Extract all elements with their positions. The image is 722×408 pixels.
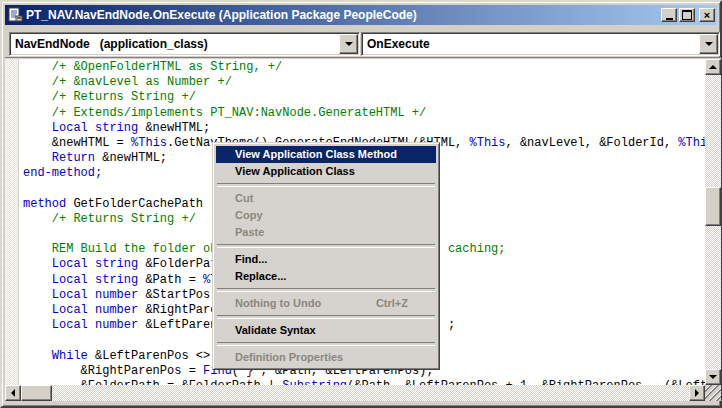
menu-item-shortcut: Ctrl+Z xyxy=(376,295,426,312)
vertical-scrollbar[interactable] xyxy=(705,59,721,385)
arrow-right-icon xyxy=(695,389,699,397)
chevron-down-icon xyxy=(705,42,713,46)
scroll-up-button[interactable] xyxy=(705,59,721,75)
menu-separator xyxy=(217,244,435,248)
maximize-button[interactable] xyxy=(679,8,695,22)
code-line: /+ Returns String +/ xyxy=(23,90,705,105)
horizontal-scroll-thumb[interactable] xyxy=(21,385,52,401)
code-line: /+ &OpenFolderHTML as String, +/ xyxy=(23,60,705,75)
code-line: /+ Extends/implements PT_NAV:NavNode.Gen… xyxy=(23,106,705,121)
menu-item-label: Nothing to Undo xyxy=(235,295,376,312)
scroll-down-button[interactable] xyxy=(705,369,721,385)
class-selector-value: NavEndNode (application_class) xyxy=(10,37,339,51)
menu-item-find[interactable]: Find... xyxy=(216,251,436,268)
event-selector-dropdown[interactable]: OnExecute xyxy=(361,32,720,56)
menu-item-cut: Cut xyxy=(216,190,436,207)
menu-item-label: Validate Syntax xyxy=(235,322,426,339)
menu-item-label: Copy xyxy=(235,207,426,224)
menu-separator xyxy=(217,315,435,319)
menu-item-nothing-to-undo: Nothing to UndoCtrl+Z xyxy=(216,295,436,312)
class-selector-dropdown-button[interactable] xyxy=(339,34,358,54)
scroll-left-button[interactable] xyxy=(5,385,21,401)
horizontal-scrollbar[interactable] xyxy=(5,385,705,401)
minimize-icon xyxy=(666,18,673,20)
event-selector-value: OnExecute xyxy=(362,37,699,51)
minimize-button[interactable] xyxy=(661,8,677,22)
menu-item-label: View Application Class xyxy=(235,163,426,180)
close-button[interactable]: × xyxy=(699,8,715,22)
application-window: PT_NAV.NavEndNode.OnExecute (Application… xyxy=(0,0,722,408)
title-bar[interactable]: PT_NAV.NavEndNode.OnExecute (Application… xyxy=(5,5,717,25)
event-selector-dropdown-button[interactable] xyxy=(699,34,718,54)
vertical-scroll-thumb[interactable] xyxy=(705,187,721,226)
arrow-left-icon xyxy=(11,389,15,397)
menu-item-view-application-class-method[interactable]: View Application Class Method xyxy=(216,146,436,163)
menu-item-label: Paste xyxy=(235,224,426,241)
menu-item-definition-properties: Definition Properties xyxy=(216,349,436,366)
menu-item-label: Find... xyxy=(235,251,426,268)
resize-grip[interactable] xyxy=(705,385,721,401)
maximize-icon xyxy=(682,10,692,20)
chevron-down-icon xyxy=(345,42,353,46)
context-menu: View Application Class MethodView Applic… xyxy=(212,142,440,370)
selector-toolbar: NavEndNode (application_class) OnExecute xyxy=(5,25,717,58)
arrow-up-icon xyxy=(709,65,717,69)
menu-item-copy: Copy xyxy=(216,207,436,224)
arrow-down-icon xyxy=(709,375,717,379)
menu-separator xyxy=(217,342,435,346)
code-line: Local string &newHTML; xyxy=(23,121,705,136)
menu-item-view-application-class[interactable]: View Application Class xyxy=(216,163,436,180)
menu-item-label: Replace... xyxy=(235,268,426,285)
menu-item-label: Definition Properties xyxy=(235,349,426,366)
code-line: /+ &navLevel as Number +/ xyxy=(23,75,705,90)
close-icon: × xyxy=(704,10,710,20)
menu-item-validate-syntax[interactable]: Validate Syntax xyxy=(216,322,436,339)
menu-item-label: Cut xyxy=(235,190,426,207)
menu-item-paste: Paste xyxy=(216,224,436,241)
menu-item-replace[interactable]: Replace... xyxy=(216,268,436,285)
menu-separator xyxy=(217,183,435,187)
menu-separator xyxy=(217,288,435,292)
class-selector-dropdown[interactable]: NavEndNode (application_class) xyxy=(9,32,360,56)
menu-item-label: View Application Class Method xyxy=(235,146,426,163)
peoplecode-document-icon xyxy=(7,7,23,23)
window-title: PT_NAV.NavEndNode.OnExecute (Application… xyxy=(26,8,661,22)
window-controls: × xyxy=(661,8,715,22)
scroll-right-button[interactable] xyxy=(689,385,705,401)
